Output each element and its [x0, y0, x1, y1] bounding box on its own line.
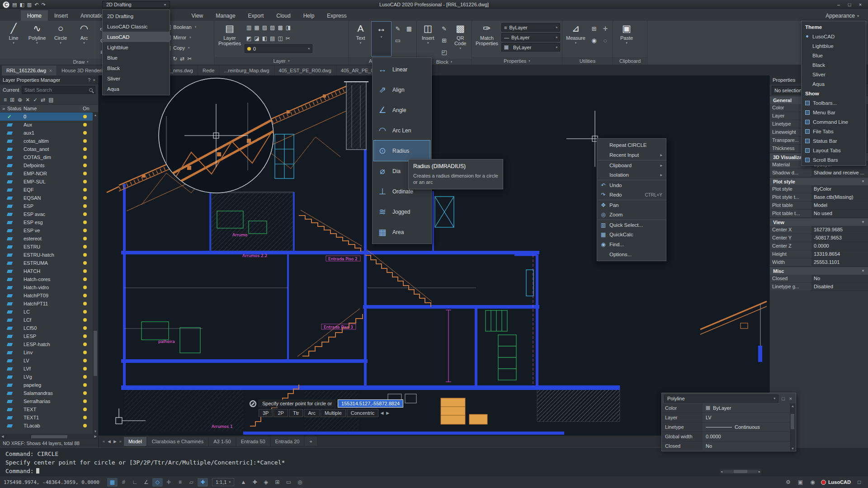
section-header[interactable]: View▼ — [770, 218, 868, 226]
workspace-menu-item[interactable]: Blue — [103, 52, 170, 63]
layer-on-bulb-icon[interactable] — [77, 147, 93, 151]
circle-option-button[interactable]: Ttr — [289, 409, 303, 417]
layer-on-bulb-icon[interactable] — [77, 115, 93, 118]
annotation-scale-control[interactable]: 1:1,1 ▾ — [212, 478, 234, 486]
mirror-tool[interactable]: ◫ Mirror ▾ — [164, 32, 212, 42]
edit-block-icon[interactable]: ⊞ — [439, 35, 450, 46]
layer-row[interactable]: ✓ papeleg — [0, 381, 93, 389]
context-menu-item[interactable]: Isolation ▸ — [597, 170, 666, 180]
layer-on-bulb-icon[interactable] — [77, 351, 93, 354]
annotation-scale-icon[interactable]: ◈ — [261, 478, 271, 487]
scroll-thumb[interactable] — [791, 414, 794, 429]
next-layout-icon[interactable]: ▶ — [112, 439, 118, 444]
ribbon-tab[interactable]: Insert — [48, 10, 74, 21]
redo-icon[interactable]: ↷ — [40, 0, 47, 9]
scroll-right-icon[interactable]: ▶ — [759, 470, 760, 474]
layer-freeze-icon[interactable]: ▧ — [262, 24, 267, 31]
layer-row[interactable]: ✓ Serralharias — [0, 397, 93, 405]
scroll-thumb[interactable] — [94, 331, 97, 376]
text-tool-button[interactable]: A Text ▾ — [351, 22, 370, 56]
ribbon-tab[interactable]: View — [185, 10, 209, 21]
layer-on-bulb-icon[interactable] — [77, 221, 93, 224]
open-file-icon[interactable]: ▤ — [11, 0, 18, 9]
workspace-menu-item[interactable]: LusoCAD Classic — [103, 21, 170, 32]
new-layer-icon[interactable]: ⊞ — [10, 97, 14, 103]
file-tab[interactable]: Rede × — [198, 66, 219, 75]
context-menu-item[interactable]: ↶ Undo ▸ — [597, 180, 666, 190]
layer-row[interactable]: ✓ TLacab — [0, 422, 93, 430]
panel-label-clipboard[interactable]: Clipboard — [613, 57, 647, 65]
last-layout-icon[interactable]: » — [118, 439, 123, 444]
show-menu-item[interactable]: Layout Tabs — [802, 145, 866, 155]
notification-icon[interactable]: ◉ — [807, 478, 818, 487]
context-menu-item[interactable]: Options... ▸ — [597, 249, 666, 259]
show-menu-item[interactable]: Toolbars... — [802, 98, 866, 108]
horizontal-scrollbar[interactable]: ◀ ▶ — [0, 434, 98, 439]
property-row[interactable]: Width25553.1101 — [770, 258, 868, 267]
layer-row[interactable]: ✓ HatchPT09 — [0, 291, 93, 300]
leader-tool-icon[interactable]: ✎ — [392, 23, 403, 34]
layer-row[interactable]: ✓ Hatch-cores — [0, 275, 93, 283]
ribbon-tab[interactable]: Export — [242, 10, 270, 21]
theme-menu-item[interactable]: Black — [802, 60, 866, 70]
dimension-menu-item[interactable]: ◠ Arc Len — [374, 120, 430, 141]
circle-option-button[interactable]: 3P — [259, 409, 273, 417]
layer-on-bulb-icon[interactable] — [77, 164, 93, 167]
column-name[interactable]: Name — [24, 106, 83, 111]
layer-row[interactable]: ✓ ESP avac — [0, 210, 93, 218]
copy-tool[interactable]: ▣ Copy ▾ — [164, 42, 212, 53]
file-tab[interactable]: RRL_161226.dwg × — [2, 66, 57, 75]
workspace-menu-item[interactable]: Aqua — [103, 84, 170, 94]
workspace-menu-item[interactable]: Sliver — [103, 73, 170, 84]
ribbon-tab[interactable]: Cloud — [270, 10, 297, 21]
property-row[interactable]: ClosedNo — [770, 275, 868, 283]
property-dropdown[interactable]: ≡ ByLayer ▾ — [501, 23, 560, 32]
trim-tool-icon[interactable]: ✂ — [187, 56, 192, 62]
layer-row[interactable]: ✓ ESP — [0, 202, 93, 210]
refresh-icon[interactable]: ⇄ — [41, 97, 45, 103]
layer-on-bulb-icon[interactable] — [77, 229, 93, 232]
layer-unisolate-icon[interactable]: ◨ — [286, 24, 291, 31]
attributes-icon[interactable]: ◰ — [439, 47, 450, 58]
theme-menu-item[interactable]: Blue — [802, 51, 866, 60]
quick-select-icon[interactable]: ◉ — [589, 35, 599, 46]
command-scrollbar[interactable]: ◀ ▶ — [720, 469, 761, 474]
layer-on-bulb-icon[interactable] — [77, 391, 93, 395]
quick-property-row[interactable]: Layer LV — [662, 413, 790, 422]
quick-property-row[interactable]: Color ByLayer — [662, 404, 790, 413]
quick-property-row[interactable]: Closed No — [662, 441, 790, 451]
layer-on-bulb-icon[interactable] — [77, 180, 93, 183]
layer-on-bulb-icon[interactable] — [77, 245, 93, 249]
transparency-icon[interactable]: ▱ — [186, 478, 197, 487]
layer-row[interactable]: ✓ 0 — [0, 113, 93, 121]
context-menu-item[interactable]: Clipboard ▸ — [597, 160, 666, 170]
layer-on-bulb-icon[interactable] — [77, 408, 93, 411]
layer-on-bulb-icon[interactable] — [77, 237, 93, 240]
layer-row[interactable]: ✓ EMP-NOR — [0, 169, 93, 178]
circle-tool[interactable]: ○ Circle ▾ — [49, 22, 72, 58]
insert-block-button[interactable]: ◫ Insert ▾ — [419, 22, 438, 58]
layer-row[interactable]: ✓ LVg — [0, 373, 93, 381]
context-menu-item[interactable]: ▥ Quick Select... ▸ — [597, 220, 666, 230]
layer-row[interactable]: ✓ Cotas_anot — [0, 145, 93, 153]
property-row[interactable]: Plot table t...No used — [770, 210, 868, 218]
save-icon[interactable]: ◧ — [18, 0, 25, 9]
section-header[interactable]: Misc▼ — [770, 267, 868, 275]
column-status[interactable]: Status — [7, 106, 24, 111]
layout-tab[interactable]: Claraboias e Chaminés — [147, 437, 208, 446]
layer-on-bulb-icon[interactable] — [77, 286, 93, 289]
layer-on-bulb-icon[interactable] — [77, 416, 93, 419]
hardware-accel-icon[interactable]: ▣ — [795, 478, 806, 487]
redo-rotate-icon[interactable]: ↻ — [173, 56, 177, 62]
workspace-menu-item[interactable]: LusoCAD — [103, 32, 170, 42]
clean-screen-icon[interactable]: □ — [854, 478, 864, 487]
layout-tab[interactable]: Entrada 50 — [236, 437, 270, 446]
count-icon[interactable]: ◌ — [600, 35, 611, 46]
layer-row[interactable]: ✓ EQF — [0, 186, 93, 194]
table-tool-icon[interactable]: ▦ — [404, 23, 415, 34]
show-menu-item[interactable]: Status Bar — [802, 136, 866, 145]
object-isolate-icon[interactable]: ◎ — [295, 478, 305, 487]
help-icon[interactable]: ? — [88, 78, 91, 83]
circle-option-button[interactable]: 2P — [274, 409, 288, 417]
osnap-icon[interactable]: ◇ — [152, 478, 163, 487]
